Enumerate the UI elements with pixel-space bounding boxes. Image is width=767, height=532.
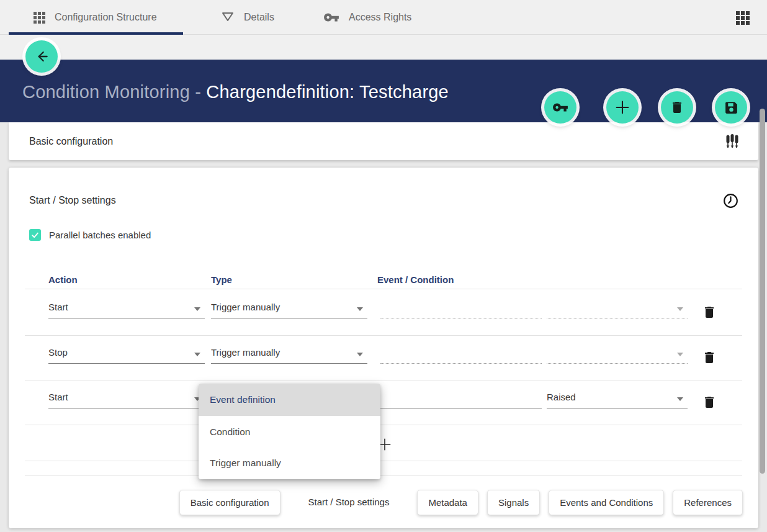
page-title-prefix: Condition Monitoring -: [22, 82, 206, 102]
tab-details[interactable]: Details: [221, 0, 274, 35]
key-icon: [552, 99, 568, 115]
type-value: Trigger manually: [211, 347, 280, 358]
chevron-down-icon: [677, 397, 683, 401]
save-button[interactable]: [715, 91, 747, 124]
parallel-batches-row: Parallel batches enabled: [29, 229, 151, 241]
add-button[interactable]: [606, 91, 639, 124]
chevron-down-icon: [194, 353, 200, 356]
top-tab-bar: Configuration Structure Details Access R…: [0, 0, 767, 60]
chevron-down-icon: [357, 307, 363, 311]
vertical-scrollbar[interactable]: [760, 109, 765, 474]
page-title: Condition Monitoring - Chargendefinition…: [22, 82, 449, 102]
chevron-down-icon: [194, 307, 200, 311]
access-key-button[interactable]: [544, 91, 576, 124]
delete-row-button[interactable]: [702, 305, 717, 320]
event-condition-field: [380, 297, 542, 318]
page-title-main: Chargendefinition: Testcharge: [206, 82, 449, 102]
delete-button[interactable]: [661, 91, 693, 124]
section-tab-bar: Basic configuration Start / Stop setting…: [179, 490, 743, 515]
event-condition-field[interactable]: [380, 387, 542, 408]
row-divider: [25, 461, 742, 461]
row-divider: [25, 381, 742, 381]
type-dropdown-menu: Event definition Condition Trigger manua…: [199, 384, 380, 479]
clock-icon[interactable]: [722, 192, 739, 209]
basic-configuration-card: Basic configuration: [9, 122, 758, 160]
chevron-down-icon: [357, 353, 363, 356]
type-select[interactable]: Trigger manually: [211, 343, 367, 364]
filter-icon: [221, 11, 235, 24]
state-select: [547, 343, 688, 364]
chevron-down-icon: [677, 307, 683, 311]
column-header-type: Type: [211, 274, 232, 285]
active-tab-underline: [9, 32, 183, 35]
tab-start-stop-settings[interactable]: Start / Stop settings: [298, 490, 400, 515]
tab-metadata[interactable]: Metadata: [417, 490, 478, 515]
plus-icon: [614, 99, 631, 116]
menu-item-condition[interactable]: Condition: [199, 416, 380, 448]
type-value: Trigger manually: [211, 302, 280, 312]
table-header-divider: [25, 289, 742, 289]
basic-configuration-title: Basic configuration: [29, 136, 113, 147]
delete-row-button[interactable]: [702, 350, 717, 365]
delete-row-button[interactable]: [702, 395, 717, 410]
tab-label: Configuration Structure: [55, 12, 157, 23]
column-header-event-condition: Event / Condition: [377, 274, 454, 285]
row-divider: [25, 425, 742, 425]
save-icon: [724, 100, 739, 115]
action-select[interactable]: Stop: [48, 343, 205, 364]
back-button[interactable]: [25, 40, 58, 73]
state-select[interactable]: Raised: [547, 387, 688, 408]
start-stop-card: Start / Stop settings Parallel batches e…: [9, 168, 758, 528]
tab-label: Access Rights: [349, 12, 411, 23]
tab-access-rights[interactable]: Access Rights: [323, 0, 411, 35]
event-condition-field: [380, 343, 542, 364]
tab-label: Details: [244, 12, 274, 23]
parallel-batches-checkbox[interactable]: [29, 229, 41, 241]
condition-monitoring-app: Configuration Structure Details Access R…: [0, 0, 767, 532]
trash-icon: [670, 100, 684, 115]
row-divider: [25, 335, 742, 336]
tab-signals[interactable]: Signals: [487, 490, 540, 515]
start-stop-title: Start / Stop settings: [29, 195, 116, 206]
table-bottom-divider: [25, 476, 742, 476]
menu-item-trigger-manually[interactable]: Trigger manually: [199, 448, 380, 479]
state-value: Raised: [547, 392, 576, 402]
menu-item-event-definition[interactable]: Event definition: [199, 384, 380, 416]
type-select[interactable]: Trigger manually: [211, 297, 367, 318]
tab-events-and-conditions[interactable]: Events and Conditions: [549, 490, 664, 515]
column-header-action: Action: [48, 274, 78, 285]
action-value: Stop: [48, 347, 68, 358]
arrow-left-icon: [34, 48, 50, 65]
chevron-down-icon: [677, 353, 683, 356]
tab-configuration-structure[interactable]: Configuration Structure: [34, 0, 157, 35]
tab-references[interactable]: References: [673, 490, 743, 515]
action-value: Start: [48, 302, 68, 312]
apps-grid-icon[interactable]: [736, 11, 750, 25]
parallel-batches-label: Parallel batches enabled: [49, 230, 151, 240]
grid-icon: [34, 12, 45, 24]
action-select[interactable]: Start: [48, 297, 205, 318]
tune-icon[interactable]: [725, 133, 740, 150]
key-icon: [323, 9, 339, 25]
action-select[interactable]: Start: [48, 387, 205, 408]
action-value: Start: [48, 392, 68, 402]
tab-basic-configuration[interactable]: Basic configuration: [179, 490, 280, 515]
state-select: [547, 297, 688, 318]
page-header: Condition Monitoring - Chargendefinition…: [0, 60, 767, 122]
